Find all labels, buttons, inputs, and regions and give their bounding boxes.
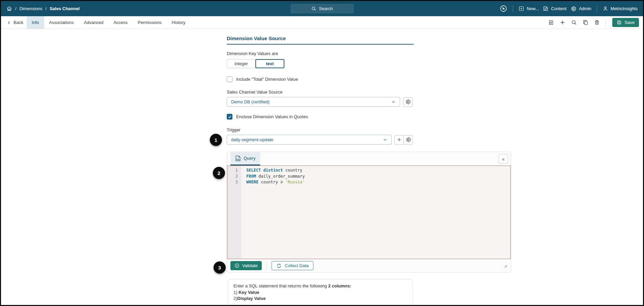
page-toolbar: Back Info Associations Advanced Access P… xyxy=(1,16,643,29)
app-window: / Dimensions / Sales Channel Search New.… xyxy=(0,0,644,306)
help-line-3: 2)Display Value xyxy=(233,296,407,302)
query-tab-label: Query xyxy=(244,156,255,161)
divider xyxy=(606,19,606,26)
add-icon[interactable] xyxy=(560,20,565,25)
save-icon xyxy=(617,20,622,25)
search-icon[interactable] xyxy=(571,20,577,25)
content-icon xyxy=(543,6,549,11)
key-values-option-text[interactable]: text xyxy=(255,59,284,68)
value-source-select[interactable]: Demo DB (certified) xyxy=(227,97,400,107)
delete-icon[interactable] xyxy=(594,20,600,25)
main-content: Dimension Value Source Dimension Key Val… xyxy=(1,29,643,306)
divider xyxy=(267,262,267,270)
trigger-value: daily-segment-update xyxy=(231,137,273,142)
code-line: WHERE country ≠ 'Russia' xyxy=(246,179,305,185)
include-total-label: Include "Total" Dimension Value xyxy=(236,77,298,82)
breadcrumb-section[interactable]: Dimensions xyxy=(20,6,43,11)
code-line: SELECT distinct country xyxy=(246,168,305,174)
save-label: Save xyxy=(624,20,635,25)
editor-line-numbers: 123 xyxy=(227,166,241,259)
editor-code[interactable]: SELECT distinct countryFROM daily_order_… xyxy=(241,166,305,259)
notes-icon[interactable] xyxy=(548,20,554,25)
query-panel-footer: Validate Collect Data xyxy=(227,259,511,272)
trigger-row: 1 daily-segment-update xyxy=(227,135,414,145)
new-menu-label: New... xyxy=(527,6,539,11)
global-search[interactable]: Search xyxy=(290,4,354,13)
value-source-row: Demo DB (certified) xyxy=(227,97,414,107)
collapse-panel-button[interactable]: « xyxy=(499,154,508,163)
assistant-icon[interactable] xyxy=(500,5,507,12)
validate-label: Validate xyxy=(242,263,258,268)
toolbar-actions: Save xyxy=(548,18,639,27)
trigger-buttons xyxy=(394,135,413,145)
chevron-left-icon xyxy=(7,21,11,25)
include-total-checkbox[interactable] xyxy=(227,76,232,82)
resize-handle[interactable] xyxy=(503,263,507,269)
save-button[interactable]: Save xyxy=(612,18,639,27)
user-menu-label: MetricInsights xyxy=(611,6,638,11)
trigger-select[interactable]: daily-segment-update xyxy=(227,135,392,145)
section-title-text: Dimension Value Source xyxy=(227,35,414,45)
refresh-icon xyxy=(276,263,282,269)
new-menu[interactable]: New... xyxy=(519,6,539,11)
annotation-badge-2: 2 xyxy=(213,167,225,179)
divider xyxy=(513,5,513,12)
annotation-badge-3: 3 xyxy=(214,261,226,274)
tab-info[interactable]: Info xyxy=(27,16,44,29)
section-title: Dimension Value Source xyxy=(227,29,414,45)
admin-menu[interactable]: Admin xyxy=(570,6,591,12)
navbar-menu: New... Content Admin MetricInsights xyxy=(500,5,638,12)
enclose-quotes-checkbox-row[interactable]: Enclose Dimension Values in Quotes xyxy=(227,114,414,120)
user-icon xyxy=(603,6,608,11)
tab-history[interactable]: History xyxy=(167,16,190,29)
back-button[interactable]: Back xyxy=(7,20,23,25)
sql-editor[interactable]: 123 SELECT distinct countryFROM daily_or… xyxy=(227,165,511,259)
breadcrumb-current: Sales Channel xyxy=(50,6,80,11)
collect-data-button[interactable]: Collect Data xyxy=(272,261,313,270)
trigger-label: Trigger xyxy=(227,127,414,132)
svg-text:SQL: SQL xyxy=(236,158,240,160)
enclose-quotes-label: Enclose Dimension Values in Quotes xyxy=(236,114,308,119)
tab-query[interactable]: SQL Query xyxy=(230,152,260,165)
enclose-quotes-checkbox[interactable] xyxy=(227,114,232,120)
search-label: Search xyxy=(319,6,333,11)
value-source-settings-button[interactable] xyxy=(403,97,413,107)
gear-icon xyxy=(570,6,577,12)
content-menu[interactable]: Content xyxy=(543,6,566,11)
query-panel-header: SQL Query « xyxy=(227,152,511,165)
key-values-label: Dimension Key Values are xyxy=(227,51,414,56)
search-icon xyxy=(311,6,316,11)
trigger-settings-button[interactable] xyxy=(403,135,413,145)
tab-access[interactable]: Access xyxy=(108,16,133,29)
key-values-option-integer[interactable]: integer xyxy=(227,59,256,68)
new-plus-icon xyxy=(519,6,524,11)
duplicate-icon[interactable] xyxy=(583,20,588,25)
tab-advanced[interactable]: Advanced xyxy=(79,16,109,29)
trigger-add-button[interactable] xyxy=(394,135,404,145)
value-source-value: Demo DB (certified) xyxy=(231,99,270,104)
sql-help-box: Enter a SQL statement that returns the f… xyxy=(228,279,413,306)
home-icon[interactable] xyxy=(6,6,12,11)
admin-menu-label: Admin xyxy=(579,6,591,11)
breadcrumb: / Dimensions / Sales Channel xyxy=(6,6,80,11)
chevron-down-icon xyxy=(391,100,396,104)
validate-button[interactable]: Validate xyxy=(230,261,262,270)
breadcrumb-separator: / xyxy=(15,6,17,11)
include-total-checkbox-row[interactable]: Include "Total" Dimension Value xyxy=(227,76,414,82)
help-line-2: 1) Key Value xyxy=(233,289,407,296)
play-circle-icon xyxy=(234,263,240,268)
code-line: FROM daily_order_summary xyxy=(246,174,305,180)
tab-associations[interactable]: Associations xyxy=(44,16,79,29)
breadcrumb-separator: / xyxy=(46,6,47,11)
sql-file-icon: SQL xyxy=(235,155,241,161)
collect-data-label: Collect Data xyxy=(285,263,309,268)
content-menu-label: Content xyxy=(551,6,566,11)
user-menu[interactable]: MetricInsights xyxy=(603,6,638,11)
key-values-toggle: integer text xyxy=(227,59,284,68)
top-navbar: / Dimensions / Sales Channel Search New.… xyxy=(1,1,643,16)
value-source-label: Sales Channel Value Source xyxy=(227,90,414,95)
page-tabs: Info Associations Advanced Access Permis… xyxy=(27,16,191,29)
annotation-badge-1: 1 xyxy=(210,134,222,146)
chevron-down-icon xyxy=(383,137,387,142)
tab-permissions[interactable]: Permissions xyxy=(133,16,167,29)
